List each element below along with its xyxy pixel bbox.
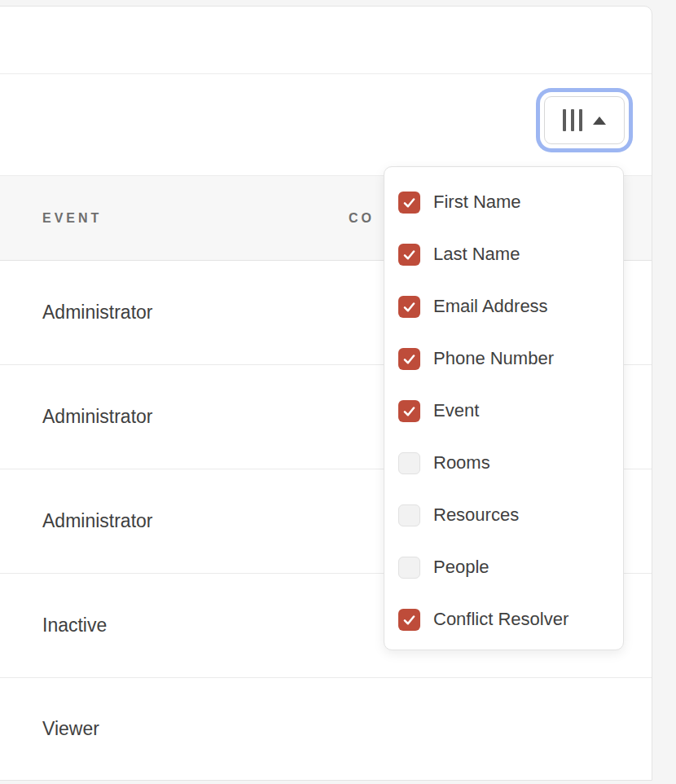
column-toggle-item[interactable]: Conflict Resolver <box>384 593 623 645</box>
column-toggle-item[interactable]: Email Address <box>384 280 623 333</box>
column-toggle-label: Resources <box>433 504 519 526</box>
columns-dropdown-menu: First Name Last Name Email Address Phone… <box>384 166 624 650</box>
event-cell: Inactive <box>42 614 107 636</box>
card-top-row <box>0 7 652 74</box>
checkbox-icon[interactable] <box>398 400 420 422</box>
columns-icon-bar <box>579 109 582 131</box>
event-cell: Administrator <box>42 406 152 428</box>
columns-menu-button[interactable] <box>544 96 625 144</box>
column-toggle-label: Conflict Resolver <box>433 609 568 630</box>
column-toggle-label: People <box>433 557 489 578</box>
event-cell: Administrator <box>42 302 152 324</box>
checkmark-icon <box>402 195 417 210</box>
column-toggle-label: Last Name <box>433 244 520 265</box>
column-header-truncated: CO <box>349 211 375 226</box>
checkbox-icon[interactable] <box>398 504 420 526</box>
checkbox-icon[interactable] <box>398 192 420 214</box>
checkbox-icon[interactable] <box>398 244 420 266</box>
columns-icon-bar <box>571 109 574 131</box>
checkmark-icon <box>402 351 417 367</box>
column-toggle-label: First Name <box>433 192 521 213</box>
checkbox-icon[interactable] <box>398 609 420 631</box>
event-cell: Viewer <box>42 718 99 740</box>
event-cell: Administrator <box>42 510 152 532</box>
checkmark-icon <box>402 247 417 262</box>
column-toggle-label: Event <box>433 400 479 421</box>
checkbox-icon[interactable] <box>398 452 420 474</box>
column-toggle-item[interactable]: Rooms <box>384 437 623 489</box>
column-toggle-item[interactable]: Last Name <box>384 228 623 280</box>
table-toolbar <box>0 74 652 175</box>
columns-icon-bar <box>563 109 566 131</box>
column-toggle-item[interactable]: First Name <box>384 176 623 228</box>
columns-icon <box>563 109 582 131</box>
column-toggle-label: Rooms <box>433 452 490 473</box>
column-toggle-label: Email Address <box>433 296 548 317</box>
column-toggle-item[interactable]: Event <box>384 385 623 437</box>
checkbox-icon[interactable] <box>398 348 420 370</box>
caret-up-icon <box>593 117 606 125</box>
column-toggle-item[interactable]: Resources <box>384 489 623 541</box>
checkmark-icon <box>402 403 417 419</box>
checkbox-icon[interactable] <box>398 557 420 579</box>
column-toggle-item[interactable]: People <box>384 541 623 593</box>
checkmark-icon <box>402 299 417 315</box>
column-header-event: EVENT <box>42 211 102 226</box>
column-toggle-item[interactable]: Phone Number <box>384 333 623 385</box>
column-toggle-label: Phone Number <box>433 348 554 369</box>
checkmark-icon <box>402 612 417 628</box>
checkbox-icon[interactable] <box>398 296 420 318</box>
table-row[interactable]: Viewer <box>0 678 652 780</box>
